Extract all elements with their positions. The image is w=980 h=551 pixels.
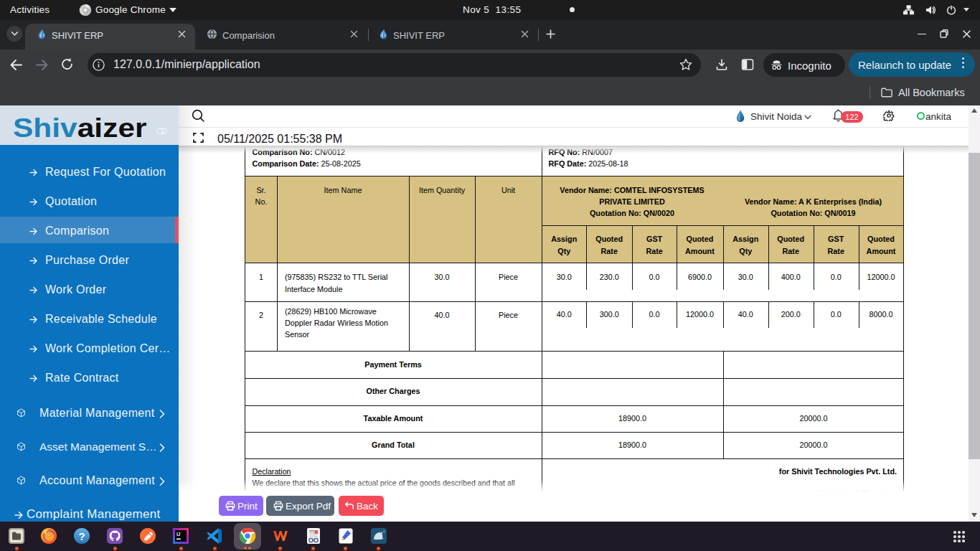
- svg-text:IJ: IJ: [176, 532, 181, 537]
- svg-text:?: ?: [78, 530, 85, 542]
